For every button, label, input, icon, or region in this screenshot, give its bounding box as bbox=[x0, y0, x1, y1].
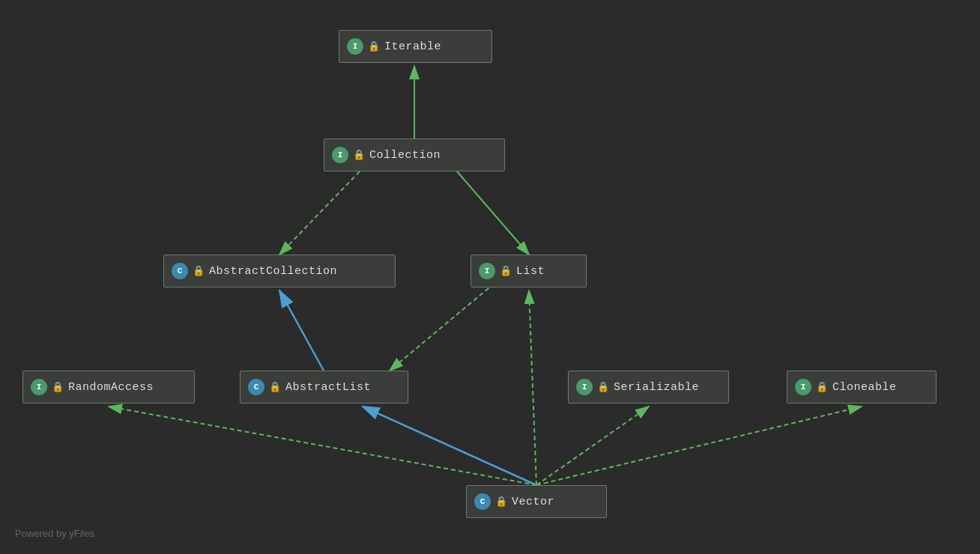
badge-abstractcollection: C bbox=[172, 263, 188, 279]
edge-vector-serializable bbox=[536, 407, 649, 485]
diagram-canvas: I 🔒 Iterable I 🔒 Collection C 🔒 Abstract… bbox=[0, 0, 980, 554]
badge-vector: C bbox=[474, 493, 491, 510]
powered-by-label: Powered by yFiles bbox=[15, 528, 94, 539]
badge-list: I bbox=[479, 263, 495, 279]
badge-cloneable: I bbox=[795, 379, 811, 395]
lock-icon-vector: 🔒 bbox=[495, 496, 507, 508]
badge-abstractlist: C bbox=[248, 379, 264, 395]
label-abstractlist: AbstractList bbox=[285, 381, 371, 394]
label-list: List bbox=[516, 265, 545, 278]
badge-collection: I bbox=[332, 147, 348, 163]
label-vector: Vector bbox=[512, 496, 554, 508]
edge-vector-list bbox=[529, 290, 536, 485]
node-collection[interactable]: I 🔒 Collection bbox=[324, 138, 505, 171]
lock-icon-randomaccess: 🔒 bbox=[52, 381, 64, 393]
edge-abstractlist-abstractcollection bbox=[279, 290, 324, 371]
label-serializable: Serializable bbox=[614, 381, 699, 394]
node-cloneable[interactable]: I 🔒 Cloneable bbox=[787, 371, 937, 404]
node-vector[interactable]: C 🔒 Vector bbox=[466, 485, 607, 518]
label-cloneable: Cloneable bbox=[832, 381, 897, 394]
lock-icon-abstractcollection: 🔒 bbox=[193, 265, 205, 277]
edge-collection-abstractcollection bbox=[279, 171, 360, 255]
edge-collection-list bbox=[457, 171, 529, 255]
lock-icon-cloneable: 🔒 bbox=[816, 381, 828, 393]
edge-vector-abstractlist bbox=[363, 407, 536, 485]
label-abstractcollection: AbstractCollection bbox=[209, 265, 337, 278]
node-randomaccess[interactable]: I 🔒 RandomAccess bbox=[22, 371, 195, 404]
node-abstractcollection[interactable]: C 🔒 AbstractCollection bbox=[163, 255, 396, 287]
node-serializable[interactable]: I 🔒 Serializable bbox=[568, 371, 729, 404]
node-iterable[interactable]: I 🔒 Iterable bbox=[339, 30, 492, 63]
lock-icon-list: 🔒 bbox=[500, 265, 512, 277]
label-iterable: Iterable bbox=[384, 40, 441, 53]
edge-vector-cloneable bbox=[536, 407, 862, 485]
badge-iterable: I bbox=[347, 38, 363, 55]
lock-icon-abstractlist: 🔒 bbox=[269, 381, 281, 393]
node-list[interactable]: I 🔒 List bbox=[471, 255, 587, 287]
lock-icon-serializable: 🔒 bbox=[597, 381, 609, 393]
lock-icon-iterable: 🔒 bbox=[368, 40, 380, 52]
label-randomaccess: RandomAccess bbox=[68, 381, 154, 394]
node-abstractlist[interactable]: C 🔒 AbstractList bbox=[240, 371, 408, 404]
label-collection: Collection bbox=[369, 149, 441, 162]
lock-icon-collection: 🔒 bbox=[353, 149, 365, 161]
badge-serializable: I bbox=[576, 379, 593, 395]
edge-vector-randomaccess bbox=[109, 407, 536, 485]
badge-randomaccess: I bbox=[31, 379, 47, 395]
